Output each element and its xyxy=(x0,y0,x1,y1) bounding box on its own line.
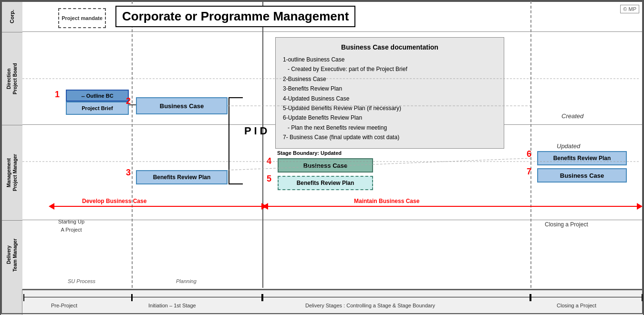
planning-label: Planning xyxy=(176,278,197,284)
number-7-badge: 7 xyxy=(527,167,531,177)
develop-bc-label: Develop Business Case xyxy=(82,198,146,204)
maintain-bc-arrow-line xyxy=(268,206,637,207)
lane-label-corp: Corp. xyxy=(1,1,22,32)
su-process-label: SU Process xyxy=(68,278,95,284)
info-popup-title: Business Case documentation xyxy=(283,43,497,51)
vdivider-2 xyxy=(262,1,263,288)
timeline-lane xyxy=(22,289,643,315)
business-case-box-2: Business Case xyxy=(136,97,228,114)
number-4-badge: 4 xyxy=(267,156,271,166)
outline-bc-box: -- Outline BC xyxy=(66,90,129,102)
closing-label-management: Closing a Project xyxy=(545,221,588,228)
maintain-bc-arrowhead-right xyxy=(637,203,643,210)
vdivider-3 xyxy=(530,1,531,288)
lane-label-direction: DirectionProject Board xyxy=(1,32,22,125)
lane-delivery xyxy=(22,220,643,289)
number-6-badge: 6 xyxy=(527,149,531,159)
project-brief-box: Project Brief xyxy=(66,102,129,115)
stage-boundary-label: Stage Boundary: Updated xyxy=(277,150,342,156)
info-popup: Business Case documentation 1-outline Bu… xyxy=(275,37,504,149)
updated-label: Updated xyxy=(557,142,580,150)
initiation-label: Initiation – 1st Stage xyxy=(148,303,196,308)
pre-project-label: Pre-Project xyxy=(51,303,77,308)
lane-label-management: ManagementProject Manager xyxy=(1,125,22,220)
starting-up-label: Starting UpA Project xyxy=(58,218,84,234)
header-title: Corporate or Programme Management xyxy=(115,6,355,27)
number-2-badge: 2 xyxy=(126,96,131,106)
lane-label-timeline xyxy=(1,289,22,315)
closing-timeline-label: Closing a Project xyxy=(557,303,596,308)
business-case-box-7: Business Case xyxy=(537,168,627,183)
pid-bracket xyxy=(229,97,243,184)
info-popup-content: 1-outline Business Case - Created by Exe… xyxy=(283,55,497,142)
benefits-review-plan-box-5: Benefits Review Plan xyxy=(278,176,373,190)
created-label: Created xyxy=(561,112,583,120)
maintain-bc-arrowhead-left xyxy=(262,203,268,210)
benefits-review-plan-box-3: Benefits Review Plan xyxy=(136,170,228,184)
delivery-label: Delivery Stages : Controlling a Stage & … xyxy=(305,303,435,308)
pid-label: P I D xyxy=(244,125,268,137)
project-mandate-box: Project mandate xyxy=(58,8,106,28)
lane-label-delivery: DeliveryTeam Manager xyxy=(1,220,22,289)
copyright-badge: © MP xyxy=(620,5,639,13)
number-5-badge: 5 xyxy=(267,174,271,184)
develop-bc-arrow-line xyxy=(54,206,261,207)
number-1-badge: 1 xyxy=(55,90,60,100)
diagram-container: Corp. DirectionProject Board ManagementP… xyxy=(0,0,644,315)
vdivider-1 xyxy=(132,1,133,288)
business-case-box-4: Business Case xyxy=(278,158,373,173)
benefits-review-plan-box-6: Benefits Review Plan xyxy=(537,151,627,165)
number-3-badge: 3 xyxy=(126,168,131,178)
develop-bc-arrowhead-left xyxy=(49,203,54,210)
maintain-bc-label: Maintain Business Case xyxy=(354,198,419,204)
